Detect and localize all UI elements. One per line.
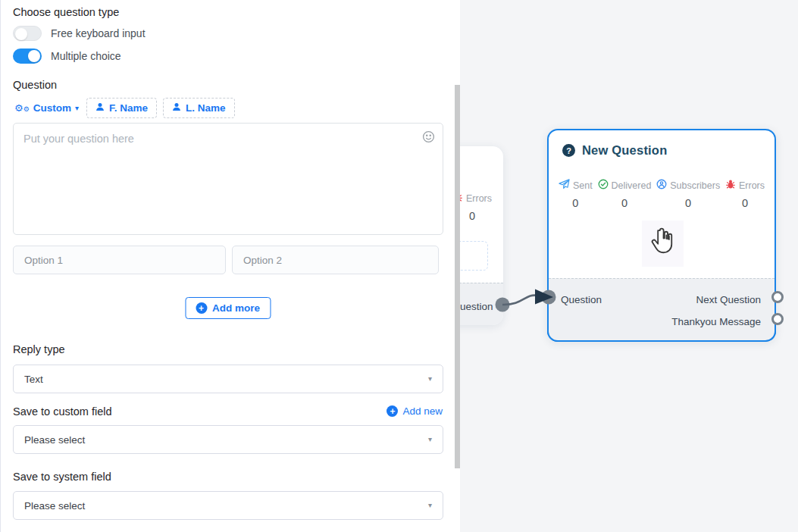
multiple-choice-toggle[interactable] [13, 49, 42, 64]
system-field-select[interactable]: Please select ▾ [13, 491, 443, 520]
reply-type-label: Reply type [13, 343, 65, 355]
toggle-label: Free keyboard input [51, 27, 146, 39]
plus-circle-icon: + [386, 405, 398, 417]
question-mark-icon: ? [562, 144, 575, 157]
custom-field-select[interactable]: Please select ▾ [13, 425, 443, 454]
first-name-chip[interactable]: F. Name [86, 98, 157, 118]
node-stats-row: Sent 0 Delivered 0 Subscribers [549, 179, 775, 209]
panel-scrollbar[interactable] [455, 0, 460, 532]
add-new-label: Add new [402, 405, 443, 417]
toggle-row-multiple-choice: Multiple choice [13, 49, 121, 64]
chevron-down-icon: ▾ [428, 375, 432, 383]
send-icon [559, 179, 570, 192]
question-editor [13, 123, 443, 235]
question-textarea[interactable] [13, 123, 443, 235]
gears-icon: ⚙⚙ [14, 103, 30, 113]
custom-dropdown-button[interactable]: ⚙⚙ Custom ▾ [13, 99, 80, 117]
option-2-input[interactable] [232, 246, 439, 274]
scrollbar-thumb[interactable] [455, 85, 460, 468]
subscribers-icon [656, 179, 667, 192]
check-circle-icon [598, 179, 609, 192]
stat-subscribers: Subscribers 0 [656, 179, 720, 209]
plus-circle-icon: + [196, 302, 207, 314]
free-keyboard-toggle[interactable] [13, 26, 42, 41]
add-new-link[interactable]: + Add new [386, 405, 443, 417]
chevron-down-icon: ▾ [428, 436, 432, 443]
node-header: ? New Question [549, 130, 775, 158]
last-name-chip[interactable]: L. Name [163, 98, 235, 118]
person-icon [95, 102, 105, 114]
cursor-hover-pad [642, 221, 684, 267]
chip-label: L. Name [186, 102, 226, 114]
chevron-down-icon: ▾ [75, 105, 79, 112]
connector-edge [455, 265, 591, 333]
output-port-label-next-question: Next Question [696, 294, 761, 305]
stat-errors: Errors 0 [725, 179, 765, 209]
custom-field-value: Please select [24, 434, 85, 446]
toggle-label: Multiple choice [51, 50, 121, 62]
output-port-thankyou[interactable] [771, 313, 784, 325]
option-1-input[interactable] [13, 246, 226, 274]
add-more-button[interactable]: + Add more [185, 297, 271, 319]
stat-label: Errors [466, 193, 492, 204]
custom-field-label: Save to custom field [13, 405, 112, 418]
output-port-next-question[interactable] [771, 291, 784, 303]
stat-delivered: Delivered 0 [598, 179, 652, 209]
output-port-label-thankyou: Thankyou Message [671, 316, 761, 327]
reply-type-select[interactable]: Text ▾ [13, 365, 443, 393]
hand-cursor-icon [649, 227, 678, 261]
custom-button-label: Custom [33, 102, 71, 114]
emoji-picker-icon[interactable] [422, 130, 435, 146]
chevron-down-icon: ▾ [428, 502, 432, 509]
merge-tags-row: ⚙⚙ Custom ▾ F. Name L. Name [13, 98, 235, 118]
node-title: New Question [582, 143, 667, 158]
bug-icon [725, 179, 736, 192]
question-type-label: Choose question type [13, 6, 119, 18]
person-icon [172, 102, 181, 114]
system-field-value: Please select [24, 500, 85, 512]
question-label: Question [13, 79, 57, 91]
chip-label: F. Name [109, 102, 148, 114]
toggle-row-free-keyboard: Free keyboard input [13, 26, 146, 41]
add-more-label: Add more [212, 302, 260, 314]
system-field-label: Save to system field [13, 471, 111, 483]
stat-sent: Sent 0 [559, 179, 593, 209]
settings-panel: Choose question type Free keyboard input… [0, 0, 455, 532]
reply-type-value: Text [24, 374, 43, 385]
